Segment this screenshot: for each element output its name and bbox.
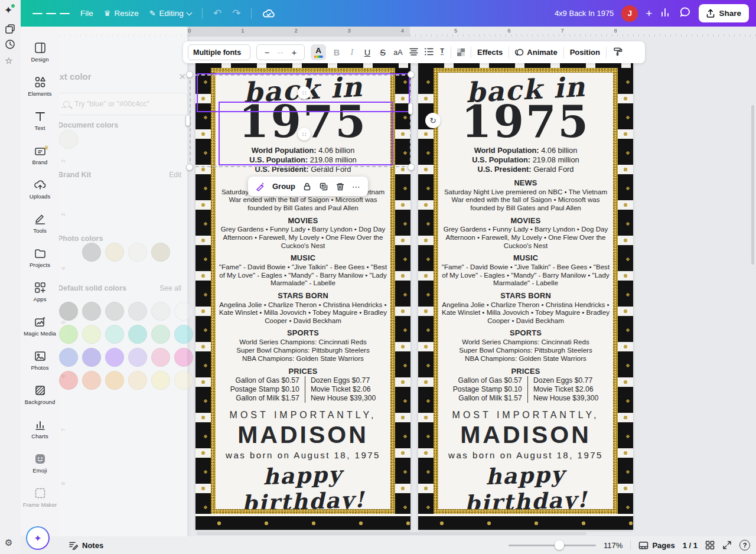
color-swatch[interactable]: [59, 130, 78, 149]
selection-handle-right-middle[interactable]: [408, 103, 413, 115]
selection-handle-bottom-left[interactable]: [186, 164, 193, 171]
poster-name[interactable]: MADISON: [460, 421, 591, 449]
pages-button[interactable]: Pages: [638, 541, 674, 550]
sidebar-item-brand[interactable]: ♛ Brand: [21, 139, 59, 170]
color-swatch[interactable]: [59, 325, 78, 344]
document-title[interactable]: 4x9 Back In 1975: [555, 9, 614, 18]
color-swatch[interactable]: [151, 348, 170, 367]
sidebar-item-design[interactable]: Design: [21, 37, 59, 67]
close-icon[interactable]: ✕: [178, 71, 186, 82]
zoom-level[interactable]: 117%: [604, 541, 623, 550]
color-swatch[interactable]: [59, 302, 78, 321]
color-swatch[interactable]: [174, 325, 193, 344]
lock-icon[interactable]: [302, 182, 312, 191]
sidebar-item-emoji[interactable]: Emoji: [21, 448, 59, 478]
animate-button[interactable]: Animate: [515, 48, 557, 57]
poster-section-news[interactable]: NEWSSaturday Night Live premiered on NBC…: [441, 179, 611, 212]
poster-script-footer[interactable]: happy birthday!: [440, 460, 612, 509]
strikethrough-button[interactable]: S: [378, 48, 387, 57]
underline-button[interactable]: U: [363, 48, 372, 57]
poster-section-movies[interactable]: MOVIESGrey Gardens • Funny Lady • Barry …: [218, 217, 388, 250]
letter-spacing-button[interactable]: T ↔: [439, 49, 445, 56]
color-swatch[interactable]: [151, 325, 170, 344]
poster-section-music[interactable]: MUSIC"Fame" - David Bowie • "Jive Talkin…: [441, 254, 611, 287]
bold-button[interactable]: B: [332, 48, 341, 57]
color-swatch[interactable]: [128, 243, 147, 262]
poster-page-right[interactable]: back in 1975 World Population: 4.06 bill…: [418, 61, 633, 530]
poster-name[interactable]: MADISON: [237, 421, 369, 449]
zoom-slider-knob[interactable]: [555, 540, 564, 550]
more-options-icon[interactable]: ⋯: [352, 182, 361, 191]
selection-handle-top-left[interactable]: [186, 71, 193, 78]
zoom-slider[interactable]: [509, 545, 596, 546]
color-swatch[interactable]: [151, 371, 170, 390]
color-swatch[interactable]: [105, 325, 124, 344]
text-align-button[interactable]: [409, 48, 418, 57]
color-swatch[interactable]: [105, 371, 124, 390]
color-swatch[interactable]: [151, 243, 170, 262]
poster-script-footer[interactable]: happy birthday!: [217, 460, 389, 509]
starred-icon[interactable]: ☆: [5, 56, 12, 66]
magic-edit-icon[interactable]: [255, 181, 265, 191]
color-search-input[interactable]: [74, 100, 175, 108]
list-button[interactable]: [424, 48, 434, 57]
notes-button[interactable]: Notes: [69, 541, 103, 550]
sidebar-item-background[interactable]: Background: [21, 379, 59, 410]
sidebar-item-magic-media[interactable]: Magic Media: [21, 311, 59, 341]
sidebar-item-photos[interactable]: Photos: [21, 345, 59, 376]
color-swatch[interactable]: [105, 302, 124, 321]
color-swatch[interactable]: [174, 371, 193, 390]
color-search-box[interactable]: [57, 93, 188, 115]
resize-menu[interactable]: ♛ Resize: [104, 9, 139, 18]
color-swatch[interactable]: [105, 243, 124, 262]
add-member-button[interactable]: +: [646, 7, 652, 20]
sidebar-item-tools[interactable]: Tools: [21, 208, 59, 239]
sidebar-item-charts[interactable]: Charts: [21, 413, 59, 444]
undo-button[interactable]: ↶: [213, 7, 221, 19]
color-swatch[interactable]: [59, 371, 78, 390]
font-size-decrease-button[interactable]: −: [262, 48, 272, 57]
poster-section-movies[interactable]: MOVIESGrey Gardens • Funny Lady • Barry …: [441, 217, 611, 250]
sidebar-item-text[interactable]: Text: [21, 105, 59, 136]
font-size-value[interactable]: --: [278, 48, 284, 57]
canva-logo-icon[interactable]: ✦: [4, 4, 12, 17]
color-swatch[interactable]: [128, 325, 147, 344]
selection-handle-left-middle[interactable]: [185, 115, 190, 126]
main-menu-icon[interactable]: [32, 11, 70, 16]
poster-section-stars-born[interactable]: STARS BORNAngelina Jolie • Charlize Ther…: [218, 292, 388, 325]
duplicate-icon[interactable]: [319, 182, 328, 191]
color-swatch[interactable]: [128, 371, 147, 390]
delete-icon[interactable]: [335, 182, 345, 191]
share-button[interactable]: Share: [699, 4, 749, 22]
recent-clock-icon[interactable]: [5, 39, 15, 52]
color-swatch[interactable]: [174, 302, 193, 321]
brand-kit-edit-link[interactable]: Edit: [169, 171, 181, 179]
group-button[interactable]: Group: [272, 182, 295, 191]
redo-button[interactable]: ↷: [232, 7, 240, 19]
horizontal-scrollbar[interactable]: [197, 532, 586, 535]
poster-facts[interactable]: World Population: 4.06 billion U.S. Popu…: [249, 146, 356, 174]
sidebar-item-apps[interactable]: Apps: [21, 276, 59, 307]
transparency-button[interactable]: [457, 48, 465, 56]
settings-gear-icon[interactable]: ⚙: [5, 537, 12, 548]
poster-facts[interactable]: World Population: 4.06 billion U.S. Popu…: [472, 146, 579, 174]
rotate-handle[interactable]: ↻: [425, 113, 441, 128]
font-family-selector[interactable]: Multiple fonts: [188, 44, 250, 60]
poster-section-prices[interactable]: PRICES Gallon of Gas $0.57 Postage Stamp…: [453, 367, 599, 403]
poster-born-line[interactable]: was born on August 18, 1975: [448, 450, 603, 460]
text-color-button[interactable]: A: [311, 44, 326, 60]
help-icon[interactable]: ?: [739, 540, 750, 550]
poster-section-sports[interactable]: SPORTSWorld Series Champions: Cincinnati…: [236, 329, 370, 362]
designs-stack-icon[interactable]: [5, 24, 15, 37]
effects-button[interactable]: Effects: [477, 48, 503, 57]
color-swatch[interactable]: [82, 371, 101, 390]
selection-handle-bottom-right[interactable]: [408, 164, 415, 171]
poster-year[interactable]: 1975: [461, 103, 590, 141]
see-all-link[interactable]: See all: [159, 284, 181, 292]
paint-roller-icon[interactable]: [612, 47, 623, 58]
assistant-sparkle-button[interactable]: ✦: [26, 526, 50, 550]
grid-view-icon[interactable]: [705, 540, 715, 550]
color-swatch[interactable]: [82, 348, 101, 367]
poster-most-importantly[interactable]: MOST IMPORTANTLY,: [452, 410, 599, 421]
poster-script-heading[interactable]: back in: [465, 73, 586, 109]
